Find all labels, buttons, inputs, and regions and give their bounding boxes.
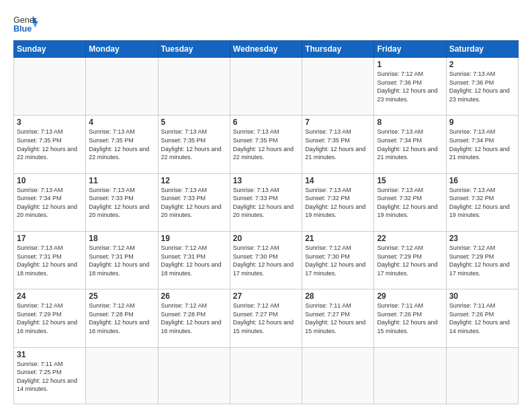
day-number: 27 — [233, 291, 299, 301]
calendar-cell — [446, 347, 518, 404]
page-header: General Blue — [13, 11, 519, 35]
day-info: Sunrise: 7:13 AM Sunset: 7:33 PM Dayligh… — [233, 186, 299, 220]
calendar-cell: 5Sunrise: 7:13 AM Sunset: 7:35 PM Daylig… — [158, 116, 230, 173]
calendar-cell: 17Sunrise: 7:13 AM Sunset: 7:31 PM Dayli… — [14, 231, 86, 289]
day-info: Sunrise: 7:12 AM Sunset: 7:28 PM Dayligh… — [161, 302, 227, 335]
day-number: 21 — [305, 234, 371, 243]
calendar-cell — [230, 347, 302, 404]
svg-text:Blue: Blue — [13, 24, 32, 34]
calendar-week-row: 24Sunrise: 7:12 AM Sunset: 7:29 PM Dayli… — [14, 289, 519, 347]
calendar-cell: 22Sunrise: 7:12 AM Sunset: 7:29 PM Dayli… — [374, 231, 446, 289]
calendar-cell — [14, 58, 86, 116]
day-info: Sunrise: 7:12 AM Sunset: 7:29 PM Dayligh… — [17, 302, 83, 335]
day-info: Sunrise: 7:13 AM Sunset: 7:36 PM Dayligh… — [449, 70, 515, 103]
calendar-week-row: 10Sunrise: 7:13 AM Sunset: 7:34 PM Dayli… — [14, 173, 519, 231]
calendar-cell: 2Sunrise: 7:13 AM Sunset: 7:36 PM Daylig… — [446, 58, 518, 116]
calendar-cell: 31Sunrise: 7:11 AM Sunset: 7:25 PM Dayli… — [14, 347, 86, 404]
calendar-cell: 20Sunrise: 7:12 AM Sunset: 7:30 PM Dayli… — [230, 231, 302, 289]
day-info: Sunrise: 7:13 AM Sunset: 7:34 PM Dayligh… — [449, 128, 515, 161]
day-number: 10 — [17, 176, 83, 185]
day-info: Sunrise: 7:13 AM Sunset: 7:33 PM Dayligh… — [89, 186, 154, 220]
calendar-cell — [86, 347, 158, 404]
calendar-cell: 21Sunrise: 7:12 AM Sunset: 7:30 PM Dayli… — [302, 231, 374, 289]
calendar-cell: 16Sunrise: 7:13 AM Sunset: 7:32 PM Dayli… — [446, 173, 518, 231]
day-info: Sunrise: 7:12 AM Sunset: 7:36 PM Dayligh… — [377, 70, 443, 103]
calendar-cell: 18Sunrise: 7:12 AM Sunset: 7:31 PM Dayli… — [86, 231, 158, 289]
day-number: 6 — [233, 118, 299, 127]
day-info: Sunrise: 7:13 AM Sunset: 7:35 PM Dayligh… — [233, 128, 299, 161]
day-info: Sunrise: 7:11 AM Sunset: 7:25 PM Dayligh… — [17, 360, 83, 394]
day-info: Sunrise: 7:12 AM Sunset: 7:29 PM Dayligh… — [377, 244, 443, 277]
calendar-cell: 11Sunrise: 7:13 AM Sunset: 7:33 PM Dayli… — [86, 173, 158, 231]
day-info: Sunrise: 7:13 AM Sunset: 7:33 PM Dayligh… — [161, 186, 227, 220]
day-number: 24 — [17, 291, 83, 301]
calendar-cell: 28Sunrise: 7:11 AM Sunset: 7:27 PM Dayli… — [302, 289, 374, 347]
calendar-cell: 4Sunrise: 7:13 AM Sunset: 7:35 PM Daylig… — [86, 116, 158, 173]
day-number: 30 — [449, 291, 515, 301]
calendar-week-row: 17Sunrise: 7:13 AM Sunset: 7:31 PM Dayli… — [14, 231, 519, 289]
calendar-cell: 24Sunrise: 7:12 AM Sunset: 7:29 PM Dayli… — [14, 289, 86, 347]
day-info: Sunrise: 7:13 AM Sunset: 7:32 PM Dayligh… — [377, 186, 443, 220]
calendar-cell: 25Sunrise: 7:12 AM Sunset: 7:28 PM Dayli… — [86, 289, 158, 347]
day-number: 19 — [161, 234, 227, 243]
calendar-cell — [302, 347, 374, 404]
weekday-header-sunday: Sunday — [14, 41, 86, 58]
weekday-header-thursday: Thursday — [302, 41, 374, 58]
calendar-week-row: 31Sunrise: 7:11 AM Sunset: 7:25 PM Dayli… — [14, 347, 519, 404]
calendar-cell: 30Sunrise: 7:11 AM Sunset: 7:26 PM Dayli… — [446, 289, 518, 347]
day-number: 29 — [377, 291, 443, 301]
day-info: Sunrise: 7:13 AM Sunset: 7:34 PM Dayligh… — [17, 186, 83, 220]
day-number: 14 — [305, 176, 371, 185]
day-info: Sunrise: 7:12 AM Sunset: 7:30 PM Dayligh… — [233, 244, 299, 277]
calendar-cell: 12Sunrise: 7:13 AM Sunset: 7:33 PM Dayli… — [158, 173, 230, 231]
calendar-cell — [230, 58, 302, 116]
day-number: 12 — [161, 176, 227, 185]
calendar-week-row: 1Sunrise: 7:12 AM Sunset: 7:36 PM Daylig… — [14, 58, 519, 116]
day-info: Sunrise: 7:11 AM Sunset: 7:26 PM Dayligh… — [449, 302, 515, 335]
weekday-header-friday: Friday — [374, 41, 446, 58]
weekday-header-tuesday: Tuesday — [158, 41, 230, 58]
calendar-cell: 7Sunrise: 7:13 AM Sunset: 7:35 PM Daylig… — [302, 116, 374, 173]
calendar-cell: 8Sunrise: 7:13 AM Sunset: 7:34 PM Daylig… — [374, 116, 446, 173]
day-number: 20 — [233, 234, 299, 243]
logo-icon: General Blue — [13, 11, 38, 35]
calendar-cell: 26Sunrise: 7:12 AM Sunset: 7:28 PM Dayli… — [158, 289, 230, 347]
day-info: Sunrise: 7:12 AM Sunset: 7:31 PM Dayligh… — [161, 244, 227, 277]
day-info: Sunrise: 7:11 AM Sunset: 7:27 PM Dayligh… — [305, 302, 371, 335]
day-number: 18 — [89, 234, 154, 243]
day-number: 11 — [89, 176, 154, 185]
calendar-cell: 3Sunrise: 7:13 AM Sunset: 7:35 PM Daylig… — [14, 116, 86, 173]
calendar-cell: 14Sunrise: 7:13 AM Sunset: 7:32 PM Dayli… — [302, 173, 374, 231]
day-info: Sunrise: 7:12 AM Sunset: 7:29 PM Dayligh… — [449, 244, 515, 277]
calendar-cell: 27Sunrise: 7:12 AM Sunset: 7:27 PM Dayli… — [230, 289, 302, 347]
day-info: Sunrise: 7:12 AM Sunset: 7:27 PM Dayligh… — [233, 302, 299, 335]
calendar-cell — [86, 58, 158, 116]
day-info: Sunrise: 7:13 AM Sunset: 7:35 PM Dayligh… — [17, 128, 83, 161]
day-number: 17 — [17, 234, 83, 243]
day-number: 22 — [377, 234, 443, 243]
calendar-cell — [302, 58, 374, 116]
day-info: Sunrise: 7:13 AM Sunset: 7:35 PM Dayligh… — [161, 128, 227, 161]
day-info: Sunrise: 7:13 AM Sunset: 7:35 PM Dayligh… — [89, 128, 154, 161]
day-info: Sunrise: 7:13 AM Sunset: 7:32 PM Dayligh… — [449, 186, 515, 220]
day-info: Sunrise: 7:13 AM Sunset: 7:34 PM Dayligh… — [377, 128, 443, 161]
day-number: 7 — [305, 118, 371, 127]
day-number: 1 — [377, 60, 443, 69]
day-number: 2 — [449, 60, 515, 69]
day-number: 26 — [161, 291, 227, 301]
calendar-cell — [158, 347, 230, 404]
day-info: Sunrise: 7:13 AM Sunset: 7:35 PM Dayligh… — [305, 128, 371, 161]
weekday-header-row: SundayMondayTuesdayWednesdayThursdayFrid… — [14, 41, 519, 58]
weekday-header-monday: Monday — [86, 41, 158, 58]
day-number: 15 — [377, 176, 443, 185]
weekday-header-saturday: Saturday — [446, 41, 518, 58]
calendar-cell: 29Sunrise: 7:11 AM Sunset: 7:26 PM Dayli… — [374, 289, 446, 347]
day-number: 28 — [305, 291, 371, 301]
day-info: Sunrise: 7:13 AM Sunset: 7:32 PM Dayligh… — [305, 186, 371, 220]
calendar-cell: 1Sunrise: 7:12 AM Sunset: 7:36 PM Daylig… — [374, 58, 446, 116]
day-info: Sunrise: 7:11 AM Sunset: 7:26 PM Dayligh… — [377, 302, 443, 335]
calendar-cell — [158, 58, 230, 116]
calendar-cell: 13Sunrise: 7:13 AM Sunset: 7:33 PM Dayli… — [230, 173, 302, 231]
weekday-header-wednesday: Wednesday — [230, 41, 302, 58]
day-number: 31 — [17, 350, 83, 359]
